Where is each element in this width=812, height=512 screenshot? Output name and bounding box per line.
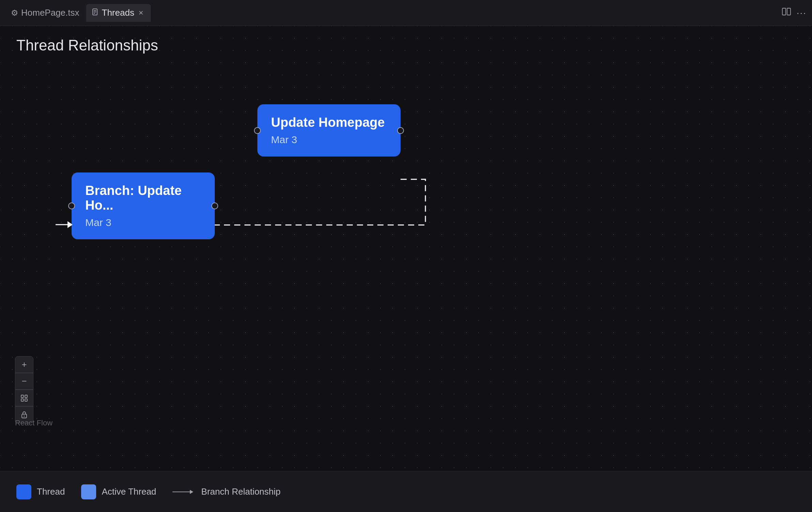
page-title: Thread Relationships	[16, 37, 158, 54]
branch-update-title: Branch: Update Ho...	[85, 183, 201, 213]
file-icon	[92, 8, 99, 18]
update-homepage-date: Mar 3	[271, 134, 387, 146]
tab-bar-actions: ···	[782, 7, 807, 19]
svg-rect-11	[25, 399, 27, 401]
zoom-in-button[interactable]: +	[15, 357, 33, 373]
zoom-controls: + −	[15, 356, 33, 423]
update-homepage-title: Update Homepage	[271, 115, 387, 130]
branch-update-date: Mar 3	[85, 217, 201, 228]
legend-active-thread: Active Thread	[81, 484, 156, 499]
svg-rect-4	[782, 8, 786, 15]
thread-label: Thread	[37, 486, 65, 497]
svg-point-13	[24, 416, 25, 417]
svg-rect-5	[787, 8, 791, 15]
settings-gear-icon: ⚙	[11, 8, 18, 18]
branch-update-left-handle	[68, 202, 75, 209]
tab-threads-label: Threads	[102, 7, 134, 18]
svg-rect-10	[21, 399, 24, 401]
tab-threads[interactable]: Threads ✕	[86, 4, 151, 22]
connection-svg	[0, 26, 812, 471]
update-homepage-right-handle	[397, 127, 404, 134]
branch-relationship-label: Branch Relationship	[201, 486, 281, 497]
legend-thread: Thread	[16, 484, 65, 499]
active-thread-color-swatch	[81, 484, 96, 499]
fit-view-button[interactable]	[15, 390, 33, 406]
tab-threads-close[interactable]: ✕	[137, 9, 145, 17]
active-thread-label: Active Thread	[102, 486, 156, 497]
branch-update-node[interactable]: Branch: Update Ho... Mar 3	[72, 172, 215, 239]
branch-arrow-connector	[54, 216, 74, 235]
react-flow-label: React Flow	[15, 419, 52, 427]
svg-rect-9	[25, 395, 27, 397]
more-actions-icon[interactable]: ···	[797, 7, 807, 18]
canvas-inner: Thread Relationships Update Homepage Mar…	[0, 26, 812, 471]
legend-branch-relationship: Branch Relationship	[172, 486, 281, 497]
canvas-area[interactable]: Thread Relationships Update Homepage Mar…	[0, 26, 812, 471]
thread-color-swatch	[16, 484, 31, 499]
zoom-out-button[interactable]: −	[15, 373, 33, 390]
tab-bar: ⚙ HomePage.tsx Threads ✕ ···	[0, 0, 812, 26]
update-homepage-node[interactable]: Update Homepage Mar 3	[257, 104, 401, 156]
branch-arrow-line	[172, 492, 193, 492]
branch-update-right-handle	[211, 202, 218, 209]
split-editor-icon[interactable]	[782, 7, 791, 19]
status-bar: Thread Active Thread Branch Relationship	[0, 471, 812, 512]
tab-homepage-label: HomePage.tsx	[21, 7, 79, 18]
update-homepage-left-handle	[254, 127, 261, 134]
tab-homepage-tsx[interactable]: ⚙ HomePage.tsx	[5, 4, 85, 22]
svg-rect-8	[21, 395, 24, 397]
